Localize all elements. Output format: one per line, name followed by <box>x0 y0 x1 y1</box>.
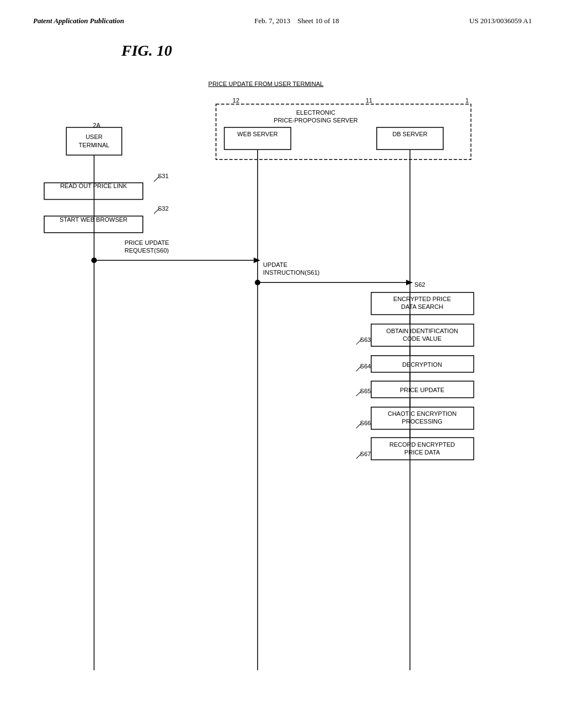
header-date: Feb. 7, 2013 <box>254 17 290 25</box>
user-terminal-label-2: TERMINAL <box>79 142 110 148</box>
electronic-server-label-1: ELECTRONIC <box>296 109 335 116</box>
s62-label: S62 <box>414 281 425 288</box>
web-server-label-1: WEB SERVER <box>237 131 278 137</box>
header-publication-label: Patent Application Publication <box>33 17 124 25</box>
db-server-label: DB SERVER <box>392 131 428 137</box>
header-date-sheet: Feb. 7, 2013 Sheet 10 of 18 <box>254 17 339 25</box>
diagram-area: PRICE UPDATE FROM USER TERMINAL 1 12 11 … <box>33 65 532 688</box>
obtain-id-label-1: OBTAIN IDENTIFICATION <box>386 328 458 334</box>
price-update-req-label-2: REQUEST(S60) <box>125 247 169 254</box>
s65-label: S65 <box>360 388 371 394</box>
label-1: 1 <box>465 97 468 104</box>
header-sheet: Sheet 10 of 18 <box>297 17 339 25</box>
arrow-s60-head <box>254 258 260 263</box>
decryption-label: DECRYPTION <box>402 361 442 368</box>
label-12: 12 <box>233 97 239 104</box>
diagram-title: PRICE UPDATE FROM USER TERMINAL <box>209 81 324 87</box>
chaotic-enc-label-1: CHAOTIC ENCRYPTION <box>388 410 457 417</box>
s63-label: S63 <box>360 336 371 343</box>
chaotic-enc-label-2: PROCESSING <box>402 418 443 425</box>
record-enc-label-2: PRICE DATA <box>404 449 440 456</box>
electronic-server-label-2: PRICE-PROPOSING SERVER <box>274 117 358 124</box>
s66-label: S66 <box>360 420 371 426</box>
label-11: 11 <box>366 97 372 104</box>
page: Patent Application Publication Feb. 7, 2… <box>0 0 565 728</box>
obtain-id-label-2: CODE VALUE <box>403 335 441 342</box>
arrow-s61-head <box>406 280 413 285</box>
encrypted-search-label-2: DATA SEARCH <box>401 303 443 310</box>
update-instruction-label-1: UPDATE <box>263 261 287 268</box>
page-header: Patent Application Publication Feb. 7, 2… <box>33 17 532 25</box>
figure-title: FIG. 10 <box>121 42 532 60</box>
update-instruction-label-2: INSTRUCTION(S61) <box>263 269 319 276</box>
price-update-req-label-1: PRICE UPDATE <box>125 239 169 246</box>
user-terminal-label-1: USER <box>86 133 103 140</box>
s67-label: S67 <box>360 451 371 457</box>
header-patent-number: US 2013/0036059 A1 <box>470 17 532 25</box>
start-browser-label-1: START WEB BROWSER <box>60 216 127 223</box>
read-out-label-1: READ OUT PRICE LINK <box>60 183 127 189</box>
encrypted-search-label-1: ENCRYPTED PRICE <box>393 296 451 302</box>
user-terminal-box <box>66 127 121 155</box>
s64-label: S64 <box>360 363 371 370</box>
price-update-label: PRICE UPDATE <box>400 387 445 393</box>
diagram-svg: PRICE UPDATE FROM USER TERMINAL 1 12 11 … <box>33 65 532 688</box>
record-enc-label-1: RECORD ENCRYPTED <box>390 441 455 448</box>
